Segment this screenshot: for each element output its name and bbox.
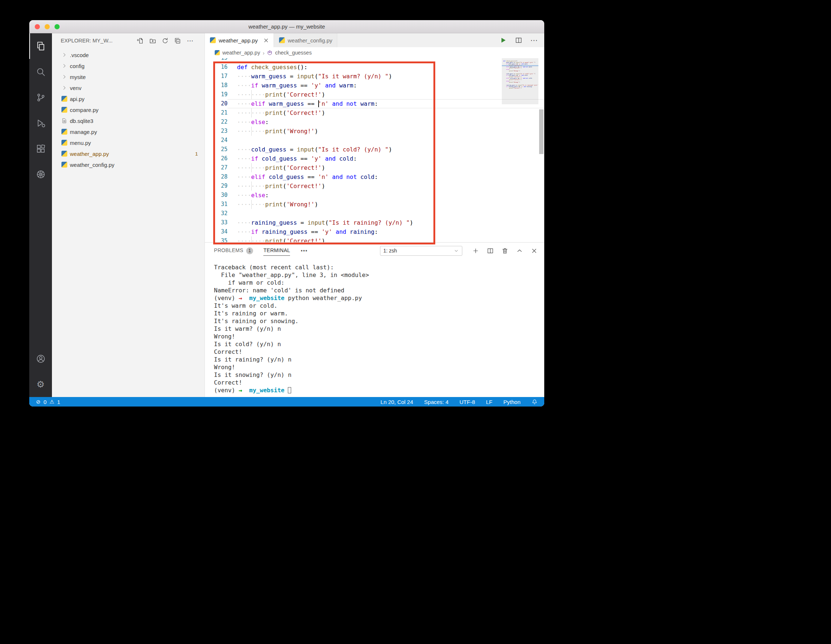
code-line[interactable]: 27········print('Correct!') bbox=[205, 163, 500, 172]
code-line[interactable]: 25····cold_guess = input("Is it cold? (y… bbox=[205, 145, 500, 154]
file-label: db.sqlite3 bbox=[70, 118, 93, 124]
code-line[interactable]: 30····else: bbox=[205, 191, 500, 200]
code-token bbox=[336, 155, 339, 162]
activity-source-control[interactable] bbox=[29, 84, 52, 110]
new-file-icon[interactable] bbox=[137, 37, 144, 44]
language-mode[interactable]: Python bbox=[503, 399, 521, 405]
minimize-window-button[interactable] bbox=[45, 24, 50, 29]
sidebar-item-compare-py[interactable]: compare.py bbox=[52, 104, 204, 115]
activity-search[interactable] bbox=[29, 59, 52, 84]
sidebar-item-venv[interactable]: venv bbox=[52, 82, 204, 93]
activity-account[interactable] bbox=[29, 346, 52, 371]
breadcrumb-symbol[interactable]: check_guesses bbox=[275, 50, 312, 56]
terminal-picker[interactable]: 1: zsh bbox=[380, 246, 462, 256]
code-token: cold bbox=[339, 155, 353, 162]
close-panel-icon[interactable] bbox=[531, 247, 538, 254]
code-line[interactable]: 33····raining_guess = input("Is it raini… bbox=[205, 218, 500, 227]
sidebar-item-weather-config-py[interactable]: weather_config.py bbox=[52, 159, 204, 170]
sidebar-item-weather-app-py[interactable]: weather_app.py1 bbox=[52, 148, 204, 159]
workbench: ⚙ EXPLORER: MY_W... ⋯ .vscodeconfigmysit… bbox=[29, 33, 544, 397]
split-terminal-icon[interactable] bbox=[487, 247, 494, 254]
sidebar-item--vscode[interactable]: .vscode bbox=[52, 49, 204, 61]
code-token: if bbox=[251, 155, 258, 162]
code-line[interactable]: 23········print('Wrong!') bbox=[205, 127, 500, 136]
code-token: ( bbox=[315, 73, 318, 80]
code-line[interactable]: 21········print('Correct!') bbox=[205, 108, 500, 118]
activity-settings[interactable]: ⚙ bbox=[29, 371, 52, 397]
panel-more-icon[interactable]: ⋯ bbox=[300, 247, 307, 255]
minimap[interactable]: def check_guesses():····warm_guess = inp… bbox=[502, 58, 538, 124]
sidebar-item-api-py[interactable]: api.py bbox=[52, 93, 204, 104]
code-line[interactable]: 32 bbox=[205, 209, 500, 218]
code-token: ) bbox=[322, 183, 325, 190]
code-line[interactable]: 15 bbox=[205, 58, 500, 62]
terminal-token: Is it snowing? (y/n) n bbox=[214, 371, 291, 378]
close-tab-icon[interactable] bbox=[263, 37, 269, 43]
code-line[interactable]: 34····if raining_guess == 'y' and rainin… bbox=[205, 227, 500, 236]
code-token: ( bbox=[283, 128, 287, 135]
collapse-folders-icon[interactable] bbox=[174, 37, 181, 44]
activity-explorer[interactable] bbox=[29, 33, 52, 59]
refresh-icon[interactable] bbox=[162, 37, 169, 44]
code-line[interactable]: 35········print('Correct!') bbox=[205, 236, 500, 242]
more-actions-icon[interactable]: ⋯ bbox=[186, 37, 194, 44]
indentation[interactable]: Spaces: 4 bbox=[424, 399, 449, 405]
maximize-panel-icon[interactable] bbox=[516, 247, 523, 254]
code-line[interactable]: 19········print('Correct!') bbox=[205, 90, 500, 99]
tab-problems[interactable]: PROBLEMS 1 bbox=[214, 242, 253, 259]
code-line[interactable]: 22····else: bbox=[205, 118, 500, 127]
notifications-bell-icon[interactable] bbox=[532, 399, 538, 405]
problems-status[interactable]: ⊘ 0 ⚠ 1 bbox=[35, 399, 60, 405]
sidebar-item-manage-py[interactable]: manage.py bbox=[52, 126, 204, 137]
code-line[interactable]: 28····elif cold_guess == 'n' and not col… bbox=[205, 172, 500, 182]
activity-extensions[interactable] bbox=[29, 136, 52, 161]
terminal-output[interactable]: Traceback (most recent call last): File … bbox=[205, 259, 544, 397]
code-line[interactable]: 26····if cold_guess == 'y' and cold: bbox=[205, 154, 500, 163]
terminal-token: It's raining or warm. bbox=[214, 310, 288, 317]
terminal-token: File "weather_app.py", line 3, in <modul… bbox=[214, 271, 369, 279]
warnings-icon: ⚠ bbox=[49, 399, 55, 405]
code-line[interactable]: 29········print('Correct!') bbox=[205, 182, 500, 191]
sidebar-item-config[interactable]: config bbox=[52, 61, 204, 71]
terminal-line: (venv) → my_website python weather_app.p… bbox=[214, 294, 544, 302]
split-editor-icon[interactable] bbox=[515, 37, 522, 44]
new-terminal-icon[interactable] bbox=[472, 247, 479, 254]
tab-weather-app[interactable]: weather_app.py bbox=[205, 33, 274, 47]
kill-terminal-icon[interactable] bbox=[501, 247, 508, 254]
code-line[interactable]: 17····warm_guess = input("Is it warm? (y… bbox=[205, 72, 500, 81]
code-token: raining_guess bbox=[251, 219, 297, 226]
whitespace-dots: ···· bbox=[237, 154, 251, 163]
zoom-window-button[interactable] bbox=[54, 24, 60, 29]
whitespace-dots: ···· bbox=[503, 88, 506, 89]
code-line[interactable]: 31········print('Wrong!') bbox=[205, 200, 500, 209]
files-icon bbox=[36, 41, 46, 51]
explorer-header: EXPLORER: MY_W... ⋯ bbox=[52, 33, 204, 48]
sidebar-item-menu-py[interactable]: menu.py bbox=[52, 137, 204, 148]
breadcrumb-file[interactable]: weather_app.py bbox=[222, 50, 260, 56]
code-editor[interactable]: 15 16def check_guesses():17····warm_gues… bbox=[205, 58, 544, 242]
whitespace-dots: ···· bbox=[506, 81, 509, 83]
eol-indicator[interactable]: LF bbox=[486, 399, 493, 405]
code-token: if bbox=[251, 82, 258, 89]
activity-run-debug[interactable] bbox=[29, 110, 52, 136]
code-token bbox=[328, 100, 332, 107]
code-line[interactable]: 18····if warm_guess == 'y' and warm: bbox=[205, 81, 500, 90]
cursor-position[interactable]: Ln 20, Col 24 bbox=[380, 399, 413, 405]
code-line[interactable]: 16def check_guesses(): bbox=[205, 62, 500, 72]
close-window-button[interactable] bbox=[35, 24, 40, 29]
more-editor-actions-icon[interactable]: ⋯ bbox=[530, 37, 538, 44]
line-number: 25 bbox=[205, 145, 228, 154]
editor-scrollbar[interactable] bbox=[539, 109, 543, 154]
tab-terminal[interactable]: TERMINAL bbox=[263, 242, 290, 259]
encoding[interactable]: UTF-8 bbox=[459, 399, 475, 405]
run-file-icon[interactable] bbox=[500, 37, 507, 44]
code-line[interactable]: 20····elif warm_guess == 'n' and not war… bbox=[205, 99, 500, 108]
sidebar-item-mysite[interactable]: mysite bbox=[52, 71, 204, 82]
tab-weather-config[interactable]: weather_config.py bbox=[274, 33, 337, 47]
code-token: 'Wrong!' bbox=[514, 70, 519, 72]
code-line[interactable]: 24 bbox=[205, 136, 500, 145]
sidebar-item-db-sqlite3[interactable]: db.sqlite3 bbox=[52, 115, 204, 126]
code-text: ····cold_guess = input("Is it cold? (y/n… bbox=[228, 145, 392, 154]
new-folder-icon[interactable] bbox=[149, 37, 156, 44]
activity-kubernetes[interactable] bbox=[29, 161, 52, 187]
